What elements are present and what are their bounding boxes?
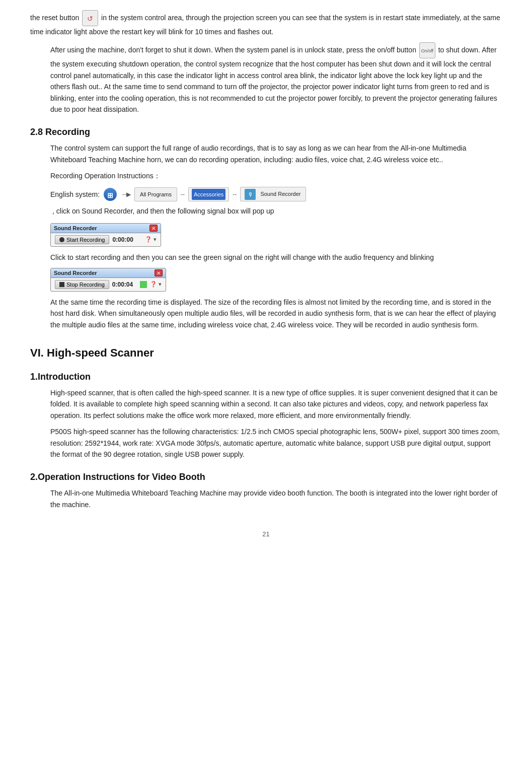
- sr-close-btn-2[interactable]: ✕: [155, 269, 163, 276]
- record-icon: [59, 237, 64, 242]
- sr-titlebar-2: Sound Recorder ✕: [51, 268, 166, 278]
- accessories-menu[interactable]: Accessories: [188, 187, 229, 201]
- para3-suffix: , click on Sound Recorder, and then the …: [52, 204, 274, 218]
- all-programs-label: All Programs: [138, 189, 174, 200]
- sound-recorder-window-2: Sound Recorder ✕ Stop Recording 0:00:04 …: [50, 268, 166, 292]
- arrow-icon-1: --▶: [122, 188, 131, 200]
- section28-para5: At the same time the recording time is d…: [50, 297, 502, 330]
- english-system-row: English system: ⊞ --▶ All Programs -- Ac…: [50, 187, 502, 218]
- page-number: 21: [30, 530, 502, 538]
- sr-title-2: Sound Recorder: [54, 270, 97, 276]
- all-programs-menu[interactable]: All Programs: [134, 187, 177, 201]
- section-28-heading: 2.8 Recording: [30, 127, 502, 137]
- start-recording-button[interactable]: Start Recording: [55, 235, 109, 244]
- accessories-label: Accessories: [192, 189, 225, 200]
- windows-start-orb[interactable]: ⊞: [103, 187, 118, 202]
- intro-text-after: in the system control area, through the …: [30, 14, 500, 36]
- section28-para2: Recording Operation Instructions：: [50, 170, 502, 181]
- sr-timer-1: 0:00:00: [112, 236, 135, 243]
- sr-help-2[interactable]: ❓ ▾: [150, 281, 162, 288]
- restart-icon: ↺: [82, 10, 98, 26]
- sound-rec-menu-icon: 🎙: [245, 189, 256, 200]
- stop-recording-button[interactable]: Stop Recording: [55, 280, 109, 289]
- sound-recorder-label: Sound Recorder: [258, 188, 302, 199]
- audio-level-bar: [140, 281, 147, 288]
- sr-timer-2: 0:00:04: [112, 281, 135, 288]
- section1-para2: P500S high-speed scanner has the followi…: [50, 426, 502, 460]
- intro-para2: After using the machine, don't forget to…: [50, 42, 502, 115]
- section28-para4: Click to start recording and then you ca…: [50, 252, 502, 263]
- section1-para1: High-speed scanner, that is often called…: [50, 387, 502, 421]
- intro-para1: the reset button ↺ in the system control…: [30, 10, 502, 37]
- arrow-icon-3: --: [233, 188, 237, 200]
- sound-recorder-window-1: Sound Recorder ✕ Start Recording 0:00:00…: [50, 223, 161, 247]
- sr-body-2: Stop Recording 0:00:04 ❓ ▾: [51, 278, 166, 291]
- sr-close-btn-1[interactable]: ✕: [149, 225, 158, 232]
- sr-title-1: Sound Recorder: [54, 225, 97, 231]
- sound-recorder-screenshot-2: Sound Recorder ✕ Stop Recording 0:00:04 …: [50, 268, 502, 292]
- section-2-heading: 2.Operation Instructions for Video Booth: [30, 472, 502, 482]
- intro-text-before: the reset button: [30, 14, 79, 22]
- arrow-icon-2: --: [181, 188, 185, 200]
- sr-body-1: Start Recording 0:00:00 ❓ ▾: [51, 233, 161, 246]
- on-off-icon: On/off: [419, 42, 435, 58]
- english-system-label: English system:: [50, 187, 100, 201]
- page-content: the reset button ↺ in the system control…: [30, 10, 502, 538]
- sound-recorder-screenshot-1: Sound Recorder ✕ Start Recording 0:00:00…: [50, 223, 502, 247]
- section-1-heading: 1.Introduction: [30, 372, 502, 382]
- section-6-heading: VI. High-speed Scanner: [30, 346, 502, 360]
- section2-para1: The All-in-one Multimedia Whiteboard Tea…: [50, 487, 502, 510]
- sr-help-1[interactable]: ❓ ▾: [145, 236, 157, 243]
- sr-titlebar-1: Sound Recorder ✕: [51, 224, 161, 233]
- stop-icon: [59, 282, 64, 287]
- section28-para1: The control system can support the full …: [50, 143, 502, 165]
- sound-recorder-menu[interactable]: 🎙 Sound Recorder: [240, 187, 306, 201]
